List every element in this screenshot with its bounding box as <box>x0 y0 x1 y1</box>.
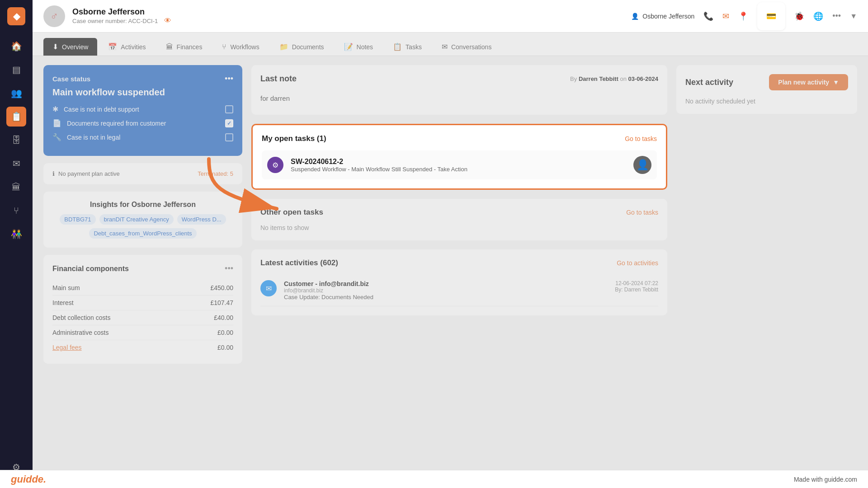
financial-value-4: £0.00 <box>217 344 233 351</box>
left-column: Case status ••• Main workflow suspended … <box>43 65 242 462</box>
user-icon: 👤 <box>631 13 639 20</box>
case-name: Osborne Jefferson <box>72 7 631 17</box>
guidde-credit: Made with guidde.com <box>794 476 857 483</box>
activity-email-icon: ✉ <box>260 280 277 296</box>
status-item-debt: ✱ Case is not in debt support <box>52 105 233 113</box>
middle-column: Last note By Darren Tebbitt on 03-06-202… <box>251 65 667 462</box>
tab-workflows-icon: ⑂ <box>222 43 226 51</box>
financial-row-1: Interest £107.47 <box>52 296 233 310</box>
next-activity-title: Next activity <box>685 78 733 87</box>
card-icon[interactable]: 💳 <box>757 2 785 30</box>
financial-legal-link[interactable]: Legal fees <box>52 344 82 351</box>
status-documents-label: Documents required from customer <box>67 120 220 127</box>
latest-activities-card: Latest activities (602) Go to activities… <box>251 249 667 315</box>
activity-by: By: Darren Tebbitt <box>615 286 658 293</box>
status-debt-label: Case is not in debt support <box>64 106 220 113</box>
globe-icon[interactable]: 🌐 <box>813 11 823 21</box>
sidebar-item-inbox[interactable]: ▤ <box>6 60 26 80</box>
guidde-logo: guidde. <box>11 474 46 485</box>
right-column: Next activity Plan new activity ▼ No act… <box>676 65 857 462</box>
activity-description: Case Update: Documents Needed <box>284 294 608 300</box>
terminated-badge[interactable]: Terminated: 5 <box>198 170 233 177</box>
financial-value-1: £107.47 <box>210 299 233 306</box>
case-info: Osborne Jefferson Case owner number: ACC… <box>72 7 631 25</box>
sidebar-item-mail[interactable]: ✉ <box>6 154 26 174</box>
tab-documents[interactable]: 📁 Documents <box>270 38 333 56</box>
main-content: ⬇ Overview 📅 Activities 🏛 Finances ⑂ Wor… <box>33 33 868 470</box>
status-documents-checkbox[interactable] <box>225 119 233 127</box>
my-open-tasks-card: My open tasks (1) Go to tasks ⚙ SW-20240… <box>251 124 667 190</box>
tab-notes[interactable]: 📝 Notes <box>335 38 382 56</box>
sidebar-item-users[interactable]: 👥 <box>6 83 26 103</box>
sidebar-item-bank[interactable]: 🏛 <box>6 177 26 197</box>
avatar: ♂ <box>43 5 65 27</box>
wrench-icon: 🔧 <box>52 133 61 141</box>
payment-info: ℹ No payment plan active <box>52 170 120 177</box>
financial-label-0: Main sum <box>52 284 80 291</box>
sidebar-item-database[interactable]: 🗄 <box>6 130 26 150</box>
other-open-tasks-card: Other open tasks Go to tasks No items to… <box>251 199 667 240</box>
sidebar-item-team[interactable]: 👫 <box>6 224 26 244</box>
insight-tag-2[interactable]: WordPress D... <box>177 214 226 225</box>
sidebar: ◆ 🏠 ▤ 👥 📋 🗄 ✉ 🏛 ⑂ 👫 ⚙ <box>0 0 33 488</box>
case-owner-number: Case owner number: ACC-DCI-1 <box>72 18 158 24</box>
activity-customer: Customer - info@brandit.biz <box>284 280 608 287</box>
task-item[interactable]: ⚙ SW-20240612-2 Suspended Workflow - Mai… <box>262 150 657 179</box>
eye-icon[interactable]: 👁 <box>164 17 171 25</box>
insight-tag-3[interactable]: Debt_cases_from_WordPress_clients <box>89 228 196 239</box>
app-logo[interactable]: ◆ <box>7 7 25 25</box>
status-item-legal: 🔧 Case is not in legal <box>52 133 233 141</box>
case-status-menu[interactable]: ••• <box>225 74 233 84</box>
sidebar-item-home[interactable]: 🏠 <box>6 36 26 56</box>
plan-activity-button[interactable]: Plan new activity ▼ <box>769 74 848 90</box>
chevron-down-icon[interactable]: ▼ <box>850 12 857 20</box>
tab-bar: ⬇ Overview 📅 Activities 🏛 Finances ⑂ Wor… <box>33 33 868 56</box>
payment-label: No payment plan active <box>58 170 120 177</box>
activity-item-0[interactable]: ✉ Customer - info@brandit.biz info@brand… <box>260 275 658 306</box>
topbar-right: 👤 Osborne Jefferson 📞 ✉ 📍 💳 🐞 🌐 ••• ▼ <box>631 2 857 30</box>
location-icon[interactable]: 📍 <box>738 11 748 21</box>
financial-title: Financial components <box>52 265 129 273</box>
content-area: Case status ••• Main workflow suspended … <box>33 56 868 470</box>
other-tasks-title: Other open tasks <box>260 208 323 217</box>
task-info: SW-20240612-2 Suspended Workflow - Main … <box>291 158 626 173</box>
sidebar-item-workflow[interactable]: ⑂ <box>6 201 26 221</box>
financial-menu[interactable]: ••• <box>225 264 233 273</box>
status-legal-checkbox[interactable] <box>225 133 233 141</box>
last-note-author: Darren Tebbitt <box>579 75 618 82</box>
tab-activities-icon: 📅 <box>108 42 117 51</box>
activities-title: Latest activities (602) <box>260 258 338 267</box>
insight-tag-0[interactable]: BDTBG71 <box>60 214 95 225</box>
go-to-other-tasks-link[interactable]: Go to tasks <box>626 209 658 216</box>
tab-activities[interactable]: 📅 Activities <box>99 38 155 56</box>
topbar-user-label: 👤 Osborne Jefferson <box>631 13 694 20</box>
bug-icon[interactable]: 🐞 <box>794 11 804 21</box>
last-note-date: 03-06-2024 <box>628 75 659 82</box>
task-assignee-avatar: 👤 <box>633 156 651 174</box>
activity-info-0: Customer - info@brandit.biz info@brandit… <box>284 280 608 300</box>
tab-tasks[interactable]: 📋 Tasks <box>384 38 431 56</box>
insight-tag-1[interactable]: branDiT Creative Agency <box>99 214 174 225</box>
financial-label-3: Administrative costs <box>52 329 108 336</box>
email-icon[interactable]: ✉ <box>722 11 729 21</box>
tab-finances[interactable]: 🏛 Finances <box>157 38 212 56</box>
phone-icon[interactable]: 📞 <box>703 11 713 21</box>
status-debt-checkbox[interactable] <box>225 105 233 113</box>
tasks-header: My open tasks (1) Go to tasks <box>262 134 657 143</box>
tab-workflows[interactable]: ⑂ Workflows <box>213 38 268 56</box>
financial-row-0: Main sum £450.00 <box>52 281 233 296</box>
go-to-tasks-link[interactable]: Go to tasks <box>625 135 657 142</box>
tab-conversations-icon: ✉ <box>442 42 448 51</box>
chevron-down-plan-icon: ▼ <box>833 79 839 86</box>
tasks-title: My open tasks (1) <box>262 134 326 143</box>
sidebar-item-cases[interactable]: 📋 <box>6 107 26 127</box>
financial-value-0: £450.00 <box>210 284 233 291</box>
last-note-header: Last note By Darren Tebbitt on 03-06-202… <box>260 74 658 84</box>
tab-conversations[interactable]: ✉ Conversations <box>433 38 501 56</box>
other-tasks-header: Other open tasks Go to tasks <box>260 208 658 217</box>
next-activity-card: Next activity Plan new activity ▼ No act… <box>676 65 857 114</box>
financial-card: Financial components ••• Main sum £450.0… <box>43 255 242 364</box>
more-options-icon[interactable]: ••• <box>832 11 841 21</box>
go-to-activities-link[interactable]: Go to activities <box>617 259 658 267</box>
tab-overview[interactable]: ⬇ Overview <box>43 38 97 56</box>
